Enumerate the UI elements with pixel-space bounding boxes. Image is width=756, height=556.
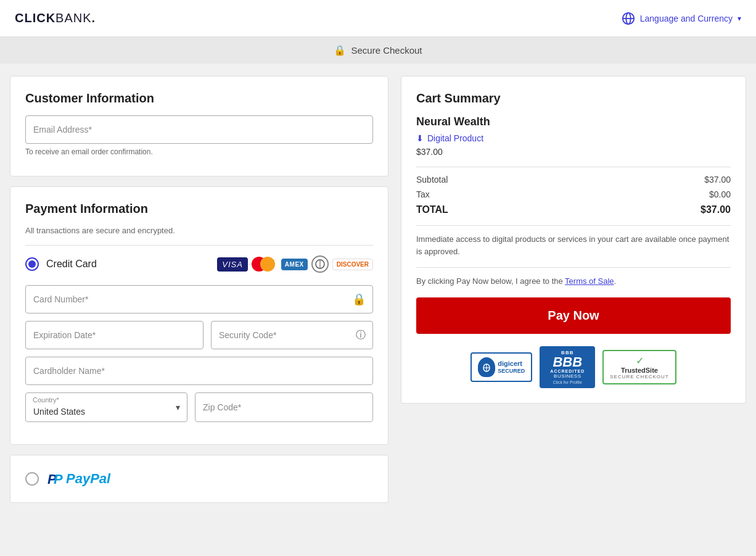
payment-info-card: Payment Information All transactions are… [10,186,388,445]
product-name: Neural Wealth [416,115,731,128]
email-form-group: To receive an email order confirmation. [25,115,373,156]
bbb-accredited-label: ACCREDITED [550,369,585,373]
digital-product-row: ⬇ Digital Product [416,133,731,143]
exp-security-row: ⓘ [25,321,373,349]
digicert-badge[interactable]: digicert SECURED [470,352,532,382]
paypal-p-icon: P P [46,470,64,488]
email-hint: To receive an email order confirmation. [25,147,373,156]
card-logos: VISA AMEX DISCOVER [217,255,373,273]
cart-title: Cart Summary [416,91,731,106]
left-panel: Customer Information To receive an email… [10,76,388,503]
paypal-row: P P PayPal [25,470,373,488]
subtotal-row: Subtotal $37.00 [416,175,731,185]
language-currency-button[interactable]: Language and Currency ▾ [622,12,741,25]
bbb-click-label: Click for Profile [553,380,582,384]
bbb-badge[interactable]: BBB BBB ACCREDITED BUSINESS Click for Pr… [540,346,595,388]
svg-text:P: P [54,471,63,487]
amex-logo: AMEX [281,259,308,270]
chevron-down-icon: ▾ [738,14,741,23]
tax-row: Tax $0.00 [416,189,731,199]
paypal-card: P P PayPal [10,455,388,503]
digital-product-label: Digital Product [427,133,483,143]
paypal-text: PayPal [66,471,110,487]
terms-suffix: . [614,276,617,286]
trustedsite-check-icon: ✓ [610,355,668,367]
paypal-logo: P P PayPal [46,470,110,488]
customer-info-title: Customer Information [25,91,373,106]
radio-inner [28,260,36,268]
visa-logo: VISA [217,257,248,272]
secure-checkout-text: Secure Checkout [351,45,422,56]
bbb-business-label: BUSINESS [554,373,581,379]
trustedsite-text: TrustedSite [610,367,668,374]
terms-prefix: By clicking Pay Now below, I agree to th… [416,276,565,286]
payment-subtitle: All transactions are secure and encrypte… [25,226,373,235]
info-icon[interactable]: ⓘ [356,329,366,342]
logo-dot: . [92,11,96,25]
credit-card-radio[interactable] [25,257,39,271]
cart-divider-1 [416,167,731,167]
country-wrapper: Country* United States Canada United Kin… [25,392,187,422]
security-wrapper: ⓘ [211,321,373,349]
security-code-field[interactable] [211,321,373,349]
download-icon: ⬇ [416,133,424,143]
paypal-radio[interactable] [25,472,39,486]
logo-click: CLICK [15,11,55,25]
card-number-wrapper: 🔒 [25,285,373,313]
trust-badges: digicert SECURED BBB BBB ACCREDITED BUSI… [416,346,731,388]
credit-card-label: Credit Card [46,259,210,270]
email-field[interactable] [25,115,373,144]
subtotal-label: Subtotal [416,175,448,185]
subtotal-value: $37.00 [704,175,731,185]
total-row: TOTAL $37.00 [416,204,731,215]
trustedsite-badge[interactable]: ✓ TrustedSite SECURE CHECKOUT [602,350,676,384]
logo-bank: BANK [55,11,91,25]
digicert-shield-icon [478,357,495,377]
globe-icon [622,12,635,25]
bbb-logo: BBB [553,355,582,369]
total-label: TOTAL [416,204,448,215]
logo: CLICKBANK. [15,11,96,25]
product-price: $37.00 [416,147,731,157]
credit-card-row: Credit Card VISA AMEX DISCOVER [25,255,373,273]
payment-divider [25,245,373,246]
discover-logo: DISCOVER [332,259,373,270]
lang-currency-label: Language and Currency [640,14,733,23]
cart-divider-2 [416,225,731,226]
right-panel: Cart Summary Neural Wealth ⬇ Digital Pro… [401,76,746,404]
cart-divider-3 [416,267,731,268]
trustedsite-sub: SECURE CHECKOUT [610,374,668,380]
payment-info-title: Payment Information [25,202,373,216]
country-label: Country* [33,396,59,404]
cart-card: Cart Summary Neural Wealth ⬇ Digital Pro… [401,76,746,404]
digicert-text: digicert SECURED [498,359,525,375]
diners-logo [311,255,329,273]
lock-icon: 🔒 [334,44,346,56]
country-zip-row: Country* United States Canada United Kin… [25,392,373,422]
tax-value: $0.00 [709,189,731,199]
tax-label: Tax [416,189,430,199]
main-content: Customer Information To receive an email… [0,64,756,515]
customer-info-card: Customer Information To receive an email… [10,76,388,176]
mastercard-logo [252,255,277,273]
total-value: $37.00 [701,204,731,215]
access-text: Immediate access to digital products or … [416,233,731,257]
pay-now-button[interactable]: Pay Now [416,297,731,334]
cardholder-name-field[interactable] [25,357,373,385]
expiration-field[interactable] [25,321,203,349]
secure-checkout-banner: 🔒 Secure Checkout [0,37,756,64]
header: CLICKBANK. Language and Currency ▾ [0,0,756,37]
terms-of-sale-link[interactable]: Terms of Sale [565,276,614,286]
card-number-field[interactable] [25,285,373,313]
terms-row: By clicking Pay Now below, I agree to th… [416,275,731,288]
zip-code-field[interactable] [195,392,373,422]
card-lock-icon: 🔒 [352,293,366,306]
